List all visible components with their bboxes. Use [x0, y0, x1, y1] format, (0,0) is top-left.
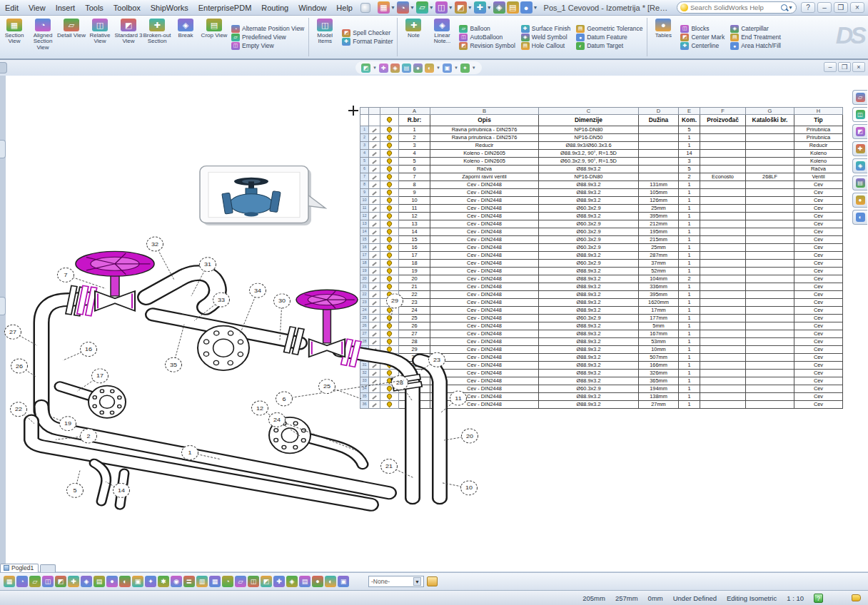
- table-row[interactable]: 3636Cev - DIN2448Ø88.9x3.227mm1Cev: [360, 401, 843, 409]
- bom-cell[interactable]: 1: [679, 268, 700, 275]
- child-minimize-button[interactable]: –: [824, 62, 837, 72]
- row-balloon-cell[interactable]: [380, 189, 399, 197]
- row-id-cell[interactable]: 18: [360, 260, 369, 268]
- bom-cell[interactable]: 36: [399, 401, 430, 409]
- dropdown-caret[interactable]: ▼: [454, 66, 458, 70]
- bom-cell[interactable]: 25mm: [639, 244, 679, 252]
- row-id-cell[interactable]: 25: [360, 315, 369, 322]
- row-tool-cell[interactable]: [369, 166, 380, 173]
- document-recovery-tab[interactable]: ◐: [852, 210, 867, 225]
- bom-cell[interactable]: 14: [679, 150, 700, 158]
- table-row[interactable]: 3434Cev - DIN2448Ø60.3x2.9194mm1Cev: [360, 385, 843, 393]
- bom-cell[interactable]: 5: [679, 166, 700, 173]
- table-row[interactable]: 2626Cev - DIN2448Ø88.9x3.25mm1Cev: [360, 322, 843, 330]
- bom-cell[interactable]: [700, 370, 746, 377]
- btn-section-view[interactable]: ▦Section View: [0, 16, 29, 59]
- table-row[interactable]: 11Ravna prirubnica - DIN2576NP16-DN805Pr…: [360, 126, 843, 134]
- bom-cell[interactable]: [746, 134, 794, 142]
- bom-cell[interactable]: Ø88.9x3.2: [539, 299, 639, 307]
- bom-cell[interactable]: [746, 260, 794, 268]
- bom-cell[interactable]: Ø60.3x2.9: [539, 236, 639, 244]
- pushpin-icon[interactable]: [360, 3, 370, 13]
- bom-cell[interactable]: Ø88.9x3.2: [539, 401, 639, 409]
- bom-cell[interactable]: 25mm: [639, 205, 679, 213]
- bom-cell[interactable]: [700, 181, 746, 189]
- row-id-cell[interactable]: 35: [360, 393, 369, 401]
- table-row[interactable]: 1313Cev - DIN2448Ø60.3x2.9212mm1Cev: [360, 220, 843, 228]
- bom-cell[interactable]: Ø88.9x3.2: [539, 370, 639, 377]
- search-box[interactable]: ▼: [677, 1, 797, 14]
- bom-header-cell[interactable]: Kom.: [679, 115, 700, 126]
- column-letter[interactable]: E: [679, 108, 700, 115]
- bom-cell[interactable]: [700, 189, 746, 197]
- row-id-cell[interactable]: 32: [360, 370, 369, 377]
- row-balloon-cell[interactable]: [380, 260, 399, 268]
- row-balloon-cell[interactable]: [380, 134, 399, 142]
- bom-cell[interactable]: 1: [679, 252, 700, 260]
- zoom-to-fit-icon[interactable]: ✚: [379, 63, 388, 73]
- menu-tools[interactable]: Tools: [80, 2, 108, 14]
- bill-of-materials-icon[interactable]: ▤: [299, 576, 311, 587]
- balloon-stack-2[interactable]: ◩Revision Symbol: [459, 42, 515, 50]
- bom-cell[interactable]: Ravna prirubnica - DIN2576: [430, 126, 539, 134]
- datum-stack-2[interactable]: ◐Datum Target: [576, 42, 642, 50]
- balloon-1[interactable]: 1: [182, 445, 222, 459]
- row-tool-cell[interactable]: [369, 126, 380, 134]
- row-tool-cell[interactable]: [369, 401, 380, 409]
- row-balloon-cell[interactable]: [380, 158, 399, 166]
- bom-cell[interactable]: NP16-DN50: [539, 134, 639, 142]
- bom-cell[interactable]: 1: [679, 362, 700, 370]
- bom-cell[interactable]: Ø88.9x3.2: [539, 283, 639, 291]
- bom-cell[interactable]: 1: [679, 244, 700, 252]
- bom-cell[interactable]: 1: [399, 126, 430, 134]
- bom-cell[interactable]: 16: [399, 244, 430, 252]
- bom-cell[interactable]: 28: [399, 338, 430, 346]
- tables-icon[interactable]: ✚: [273, 576, 285, 587]
- row-balloon-cell[interactable]: [380, 166, 399, 173]
- bom-cell[interactable]: Cev: [794, 268, 843, 275]
- bom-cell[interactable]: Cev: [794, 370, 843, 377]
- column-letter[interactable]: B: [430, 108, 539, 115]
- route-stack-0[interactable]: ◈Caterpillar: [730, 25, 781, 33]
- help-button[interactable]: ?: [801, 2, 815, 13]
- row-balloon-cell[interactable]: [380, 126, 399, 134]
- bom-cell[interactable]: 10mm: [639, 346, 679, 354]
- row-id-cell[interactable]: 4: [360, 150, 369, 158]
- display-style-icon[interactable]: ▣: [443, 63, 452, 73]
- file-explorer-tab[interactable]: ✚: [852, 141, 867, 156]
- row-tool-cell[interactable]: [369, 173, 380, 181]
- publish-edrawings-icon[interactable]: ▤: [507, 1, 519, 14]
- balloon-stack-0[interactable]: ▱Balloon: [459, 25, 515, 33]
- bom-cell[interactable]: 1: [679, 205, 700, 213]
- bom-cell[interactable]: [746, 330, 794, 338]
- datum-stack-0[interactable]: ▤Geometric Tolerance: [576, 25, 642, 33]
- bom-cell[interactable]: 5: [399, 158, 430, 166]
- row-balloon-cell[interactable]: [380, 370, 399, 377]
- bom-cell[interactable]: 3: [399, 142, 430, 150]
- dropdown-caret[interactable]: ▼: [436, 66, 440, 70]
- view-stack-2[interactable]: ◫Empty View: [231, 42, 304, 50]
- bom-cell[interactable]: 13: [399, 220, 430, 228]
- bom-cell[interactable]: [746, 401, 794, 409]
- smart-dimension-icon[interactable]: ▦: [4, 576, 15, 587]
- bom-cell[interactable]: 12: [399, 213, 430, 220]
- table-row[interactable]: 2929Cev - DIN2448Ø88.9x3.210mm1Cev: [360, 346, 843, 354]
- row-id-cell[interactable]: 10: [360, 197, 369, 205]
- row-tool-cell[interactable]: [369, 150, 380, 158]
- bom-cell[interactable]: [746, 181, 794, 189]
- bom-cell[interactable]: Koleno - DIN2605: [430, 150, 539, 158]
- bom-cell[interactable]: [700, 126, 746, 134]
- bom-cell[interactable]: Cev: [794, 260, 843, 268]
- row-id-cell[interactable]: 1: [360, 126, 369, 134]
- row-balloon-cell[interactable]: [380, 354, 399, 362]
- bom-cell[interactable]: Cev - DIN2448: [430, 346, 539, 354]
- bom-cell[interactable]: 1: [679, 213, 700, 220]
- search-dropdown-caret[interactable]: ▼: [788, 5, 793, 10]
- general-table-icon[interactable]: ◈: [286, 576, 298, 587]
- bom-cell[interactable]: Cev: [794, 354, 843, 362]
- mark-stack-1[interactable]: ◩Center Mark: [680, 34, 725, 41]
- bom-cell[interactable]: 27mm: [639, 401, 679, 409]
- bom-cell[interactable]: 22: [399, 291, 430, 299]
- bom-cell[interactable]: Econosto: [700, 173, 746, 181]
- row-balloon-cell[interactable]: [380, 213, 399, 220]
